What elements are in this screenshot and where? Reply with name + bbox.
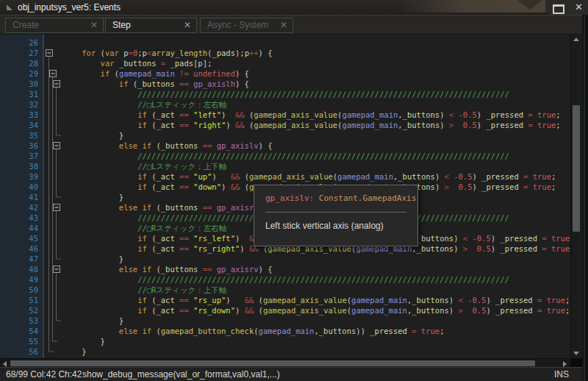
symbol-tooltip: gp_axislv: Constant.GamepadAxis Left sti… (254, 185, 418, 246)
code-line[interactable]: 49 /////////////////////////////////////… (0, 274, 582, 285)
vertical-scrollbar[interactable] (570, 35, 581, 358)
maximize-icon[interactable] (553, 4, 564, 14)
code-text[interactable]: if (_act == "right") && (gamepad_axis_va… (63, 120, 561, 130)
tab-close-icon[interactable]: ✕ (280, 18, 287, 32)
code-line[interactable]: 30 if (_buttons == gp_axislh) { (0, 79, 582, 89)
line-number: 31 (0, 89, 41, 99)
code-text[interactable]: else if (_buttons == gp_axisrv) { (63, 264, 273, 274)
dock-arrow-icon[interactable] (7, 4, 12, 10)
code-text[interactable]: else if (_buttons == gp_axislv) { (63, 140, 273, 151)
tab-step[interactable]: Step ✕ (105, 18, 197, 33)
code-text[interactable]: //□Rスティック：上下軸 (63, 285, 226, 295)
line-number: 29 (0, 68, 41, 79)
event-tab-bar: Create ✕ Step ✕ Async - System ✕ (0, 15, 588, 35)
line-number: 44 (0, 223, 41, 233)
line-number: 52 (0, 305, 41, 316)
code-text[interactable]: if (_act == "rs_down") && (gamepad_axis_… (63, 305, 570, 316)
scroll-up-icon[interactable] (573, 38, 579, 41)
code-text[interactable]: //□Rスティック：左右軸 (63, 223, 226, 233)
code-text[interactable]: } (63, 346, 87, 357)
code-text[interactable]: for (var p=0;p<array_length(_pads);p++) … (63, 48, 273, 58)
line-number: 55 (0, 336, 41, 346)
code-text[interactable]: if (_buttons == gp_axislh) { (63, 79, 249, 89)
code-line[interactable]: 47 } (0, 254, 582, 264)
code-text[interactable]: if (gamepad_main != undefined) { (63, 68, 249, 79)
horizontal-scrollbar[interactable] (0, 358, 582, 367)
code-line[interactable]: 36 else if (_buttons == gp_axislv) { (0, 140, 582, 151)
code-text[interactable]: } (63, 316, 123, 326)
status-bar: 68/99 Col:42 Ch:42 show_debug_message(va… (0, 367, 588, 381)
line-number: 33 (0, 110, 41, 120)
line-number: 56 (0, 346, 41, 357)
code-line[interactable]: 53 } (0, 316, 582, 326)
code-text[interactable]: if (_act == "rs_up") && (gamepad_axis_va… (63, 295, 570, 305)
scroll-right-icon[interactable] (563, 361, 567, 367)
code-editor[interactable]: 2627 for (var p=0;p<array_length(_pads);… (0, 35, 582, 358)
code-text[interactable]: ////////////////////////////////////////… (63, 89, 509, 99)
code-line[interactable]: 37 /////////////////////////////////////… (0, 151, 582, 161)
line-number: 39 (0, 171, 41, 182)
line-number: 37 (0, 151, 41, 161)
line-number: 42 (0, 202, 41, 213)
code-text[interactable]: if (_act == "up") && (gamepad_axis_value… (63, 171, 556, 182)
code-line[interactable]: 55 } (0, 336, 582, 346)
code-line[interactable]: 50 //□Rスティック：上下軸 (0, 285, 582, 295)
line-number: 51 (0, 295, 41, 305)
code-line[interactable]: 38 //□Lスティック：上下軸 (0, 161, 582, 171)
tab-async-system[interactable]: Async - System ✕ (200, 18, 293, 33)
code-line[interactable]: 39 if (_act == "up") && (gamepad_axis_va… (0, 171, 582, 182)
code-text[interactable]: else if (_buttons == gp_axisrh) { (63, 202, 273, 213)
tab-close-icon[interactable]: ✕ (90, 18, 98, 32)
close-icon[interactable]: ✕ (575, 1, 583, 14)
line-number: 32 (0, 99, 41, 110)
code-text[interactable]: } (63, 130, 123, 140)
code-line[interactable]: 28 var _buttons = _pads[p]; (0, 58, 582, 68)
code-line[interactable]: 32 //□Lスティック：左右軸 (0, 99, 582, 110)
line-number: 46 (0, 243, 41, 254)
code-line[interactable]: 52 if (_act == "rs_down") && (gamepad_ax… (0, 305, 582, 316)
tab-async-label: Async - System (207, 20, 268, 30)
vertical-scroll-thumb[interactable] (573, 105, 580, 232)
code-line[interactable]: 33 if (_act == "left") && (gamepad_axis_… (0, 110, 582, 120)
code-text[interactable]: //□Lスティック：左右軸 (63, 99, 226, 110)
line-number: 41 (0, 192, 41, 202)
tooltip-symbol-type: Constant.GamepadAxis (314, 193, 416, 203)
chrome-notch-icon (517, 0, 542, 10)
code-line[interactable]: 31 /////////////////////////////////////… (0, 89, 582, 99)
line-number: 45 (0, 233, 41, 243)
line-number: 40 (0, 182, 41, 192)
line-number: 48 (0, 264, 41, 274)
scroll-down-icon[interactable] (573, 352, 579, 355)
line-number: 54 (0, 326, 41, 336)
line-number: 43 (0, 213, 41, 223)
scroll-left-icon[interactable] (3, 361, 7, 367)
code-text[interactable]: } (63, 192, 123, 202)
title-bar[interactable]: obj_inputsys_ver5: Events ✕ (0, 0, 588, 15)
code-line[interactable]: 29 if (gamepad_main != undefined) { (0, 68, 582, 79)
line-number: 53 (0, 316, 41, 326)
line-number: 34 (0, 120, 41, 130)
code-line[interactable]: 35 } (0, 130, 582, 140)
code-text[interactable]: } (63, 254, 123, 264)
tab-create[interactable]: Create ✕ (5, 18, 104, 33)
code-text[interactable]: //□Lスティック：上下軸 (63, 161, 226, 171)
code-line[interactable]: 26 (0, 38, 582, 48)
tab-close-icon[interactable]: ✕ (184, 18, 191, 32)
code-text[interactable]: } (63, 336, 105, 346)
code-line[interactable]: 51 if (_act == "rs_up") && (gamepad_axis… (0, 295, 582, 305)
window-right-accent (584, 15, 585, 381)
code-line[interactable]: 27 for (var p=0;p<array_length(_pads);p+… (0, 48, 582, 58)
code-text[interactable]: ////////////////////////////////////////… (63, 151, 509, 161)
horizontal-scroll-thumb[interactable] (10, 360, 535, 366)
code-line[interactable]: 54 else if (gamepad_button_check(gamepad… (0, 326, 582, 336)
code-text[interactable]: else if (gamepad_button_check(gamepad_ma… (63, 326, 444, 336)
window-controls: ✕ (545, 0, 588, 15)
code-line[interactable]: 48 else if (_buttons == gp_axisrv) { (0, 264, 582, 274)
code-line[interactable]: 56 } (0, 346, 582, 357)
code-text[interactable]: ////////////////////////////////////////… (63, 274, 509, 285)
code-line[interactable]: 34 if (_act == "right") && (gamepad_axis… (0, 120, 582, 130)
code-editor-window: obj_inputsys_ver5: Events ✕ Create ✕ Ste… (0, 0, 588, 381)
code-text[interactable]: if (_act == "left") && (gamepad_axis_val… (63, 110, 561, 120)
line-number: 27 (0, 48, 41, 58)
code-text[interactable]: var _buttons = _pads[p]; (63, 58, 212, 68)
